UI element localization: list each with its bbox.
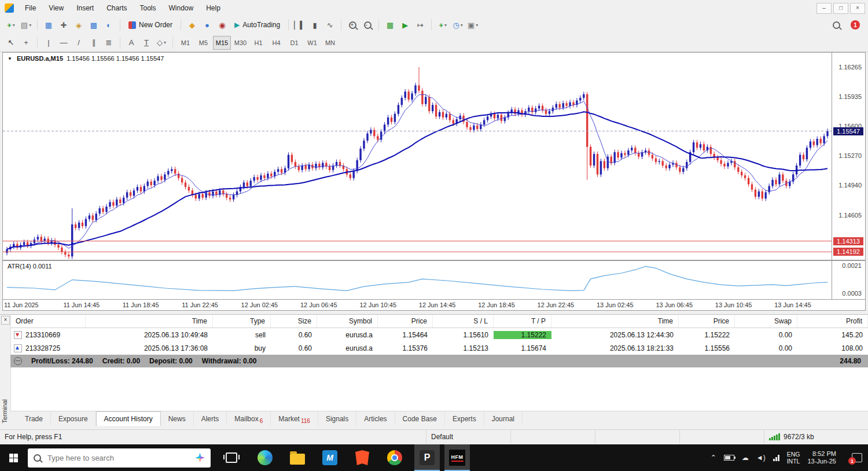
menu-charts[interactable]: Charts <box>100 2 133 14</box>
copilot-icon[interactable] <box>195 453 205 463</box>
tab-experts[interactable]: Experts <box>445 411 484 426</box>
new-chart-button[interactable]: +▾ <box>4 18 18 32</box>
bar-chart-button[interactable]: ▏▍ <box>293 18 307 32</box>
col-close-price[interactable]: Price <box>679 315 735 328</box>
onedrive-cloud-icon[interactable]: ☁ <box>742 454 749 462</box>
taskbar-p-app[interactable]: P <box>414 444 440 471</box>
taskbar-file-explorer[interactable] <box>285 444 310 471</box>
autotrading-button[interactable]: ▶ AutoTrading <box>230 18 284 32</box>
profiles-button[interactable]: ▤▾ <box>19 18 33 32</box>
fibonacci-button[interactable]: ≣ <box>102 36 116 50</box>
tray-chevron-icon[interactable]: ⌃ <box>711 454 716 462</box>
navigator-button[interactable]: ◈ <box>72 18 86 32</box>
shapes-button[interactable]: ◇▾ <box>155 36 168 50</box>
menu-file[interactable]: File <box>19 2 42 14</box>
zoom-in-button[interactable]: + <box>345 18 359 32</box>
taskbar-chrome[interactable] <box>382 444 407 471</box>
price-axis[interactable]: 1.162651.159351.156001.152701.149401.146… <box>832 53 865 260</box>
tab-alerts[interactable]: Alerts <box>194 411 227 426</box>
channel-button[interactable]: ∥ <box>87 36 101 50</box>
candlestick-button[interactable]: ▮ <box>308 18 322 32</box>
timeframe-m5[interactable]: M5 <box>195 36 212 49</box>
timeframe-mn[interactable]: MN <box>322 36 339 49</box>
atr-indicator-pane[interactable] <box>3 261 832 299</box>
text-button[interactable]: A <box>124 36 138 50</box>
language-indicator[interactable]: ENGINTL <box>787 451 800 465</box>
start-button[interactable] <box>0 444 27 471</box>
status-profile[interactable]: Default <box>426 430 510 443</box>
periods-button[interactable]: ◷▾ <box>451 18 465 32</box>
col-tp[interactable]: T / P <box>494 315 551 328</box>
pane-separator-2[interactable] <box>3 299 865 300</box>
tab-exposure[interactable]: Exposure <box>51 411 96 426</box>
tab-trade[interactable]: Trade <box>17 411 51 426</box>
timeframe-h4[interactable]: H4 <box>268 36 285 49</box>
metaeditor-button[interactable]: ◆ <box>185 18 199 32</box>
signals-button[interactable]: ● <box>200 18 214 32</box>
notifications-badge[interactable]: 1 <box>851 20 860 30</box>
line-chart-button[interactable]: ∿ <box>323 18 337 32</box>
search-input[interactable] <box>46 453 190 463</box>
horizontal-line-button[interactable]: — <box>57 36 71 50</box>
taskbar-hfm[interactable]: HFM <box>444 444 470 471</box>
minimize-button[interactable]: – <box>816 3 832 14</box>
chart-shift-button[interactable]: ↦ <box>413 18 427 32</box>
tab-code-base[interactable]: Code Base <box>395 411 445 426</box>
col-profit[interactable]: Profit <box>797 315 868 328</box>
crosshair-button[interactable]: + <box>19 36 33 50</box>
search-button[interactable] <box>829 18 843 32</box>
col-order[interactable]: Order <box>10 315 86 328</box>
timeframe-m15[interactable]: M15 <box>213 36 231 50</box>
history-row-buy[interactable]: 213328725 2025.06.13 17:36:08 buy 0.60 e… <box>10 341 868 355</box>
zoom-out-button[interactable]: - <box>361 18 374 32</box>
indicators-button[interactable]: +▾ <box>436 18 450 32</box>
col-sl[interactable]: S / L <box>433 315 494 328</box>
notification-center-icon[interactable]: 1 <box>852 453 862 462</box>
col-swap[interactable]: Swap <box>735 315 797 328</box>
vertical-line-button[interactable]: | <box>42 36 56 50</box>
timeframe-h1[interactable]: H1 <box>250 36 267 49</box>
cursor-button[interactable]: ↖ <box>4 36 18 50</box>
templates-button[interactable]: ▣▾ <box>466 18 480 32</box>
taskbar-brave[interactable] <box>350 444 375 471</box>
toolbox-button[interactable]: ▩ <box>87 18 101 32</box>
tile-windows-button[interactable]: ▦ <box>383 18 397 32</box>
col-size[interactable]: Size <box>271 315 317 328</box>
battery-icon[interactable] <box>724 455 734 461</box>
tab-account-history[interactable]: Account History <box>96 411 161 426</box>
tab-articles[interactable]: Articles <box>356 411 395 426</box>
time-axis[interactable]: 11 Jun 202511 Jun 14:4511 Jun 18:4511 Ju… <box>3 300 864 310</box>
taskbar-metatrader[interactable]: M <box>317 444 343 471</box>
taskbar-clock[interactable]: 8:52 PM13-Jun-25 <box>807 450 836 465</box>
volume-icon[interactable]: ◄) <box>756 454 766 462</box>
new-order-button[interactable]: New Order <box>124 18 176 32</box>
menu-insert[interactable]: Insert <box>70 2 100 14</box>
collapse-marker-icon[interactable]: ▼ <box>8 56 12 61</box>
strategy-tester-button[interactable]: ◐ <box>102 18 116 32</box>
col-close-time[interactable]: Time <box>551 315 679 328</box>
timeframe-w1[interactable]: W1 <box>304 36 321 49</box>
timeframe-d1[interactable]: D1 <box>286 36 303 49</box>
menu-window[interactable]: Window <box>163 2 200 14</box>
market-watch-button[interactable]: ▦ <box>42 18 56 32</box>
timeframe-m30[interactable]: M30 <box>232 36 249 49</box>
menu-view[interactable]: View <box>42 2 70 14</box>
menu-tools[interactable]: Tools <box>134 2 163 14</box>
close-button[interactable]: × <box>850 3 865 14</box>
tab-market[interactable]: Market116 <box>271 411 318 426</box>
menu-help[interactable]: Help <box>200 2 227 14</box>
tab-journal[interactable]: Journal <box>484 411 523 426</box>
timeframe-m1[interactable]: M1 <box>177 36 194 49</box>
label-button[interactable]: T <box>139 36 153 50</box>
auto-scroll-button[interactable]: ▶ <box>398 18 412 32</box>
history-row-sell[interactable]: 213310669 2025.06.13 10:49:48 sell 0.60 … <box>10 328 868 341</box>
trendline-button[interactable]: / <box>72 36 86 50</box>
taskbar-edge[interactable] <box>252 444 278 471</box>
tab-signals[interactable]: Signals <box>318 411 356 426</box>
network-icon[interactable] <box>773 455 779 461</box>
calendar-button[interactable]: ◉ <box>215 18 229 32</box>
tab-mailbox[interactable]: Mailbox6 <box>227 411 271 426</box>
price-chart-pane[interactable] <box>3 53 832 260</box>
col-time[interactable]: Time <box>86 315 213 328</box>
taskbar-search[interactable] <box>28 448 211 468</box>
